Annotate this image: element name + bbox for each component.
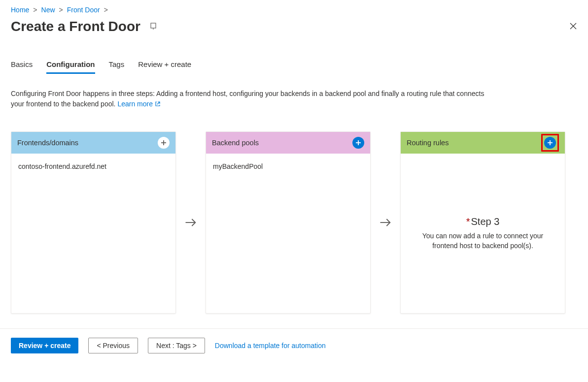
tab-review-create[interactable]: Review + create [138, 58, 191, 74]
tab-configuration[interactable]: Configuration [46, 58, 95, 74]
frontends-card-header: Frontends/domains [11, 132, 175, 154]
routing-step-text: You can now add a rule to connect your f… [414, 231, 552, 251]
breadcrumb-new[interactable]: New [41, 6, 55, 14]
routing-rules-card-title: Routing rules [407, 139, 449, 147]
add-routing-rule-button[interactable] [544, 137, 556, 149]
arrow-right-icon [379, 216, 392, 229]
arrow-right-icon [184, 216, 198, 229]
frontend-item[interactable]: contoso-frontend.azurefd.net [18, 162, 169, 170]
routing-rules-card: Routing rules *Step 3 You can now add a … [400, 131, 565, 314]
page-title: Create a Front Door [11, 19, 140, 34]
learn-more-link[interactable]: Learn more [117, 100, 160, 108]
svg-rect-0 [151, 23, 156, 28]
backend-pool-item[interactable]: myBackendPool [213, 162, 363, 170]
backend-pools-card: Backend pools myBackendPool [206, 131, 371, 314]
breadcrumb-home[interactable]: Home [11, 6, 29, 14]
close-icon[interactable] [569, 22, 577, 32]
breadcrumb-front-door[interactable]: Front Door [67, 6, 100, 14]
wizard-footer: Review + create < Previous Next : Tags >… [0, 328, 588, 357]
chevron-right-icon: > [104, 6, 108, 14]
routing-rules-card-header: Routing rules [401, 132, 565, 154]
tab-basics[interactable]: Basics [11, 58, 33, 74]
next-button[interactable]: Next : Tags > [148, 338, 205, 353]
add-backend-pool-button[interactable] [352, 137, 364, 149]
routing-step-title: *Step 3 [466, 216, 500, 227]
frontends-card-title: Frontends/domains [17, 139, 78, 147]
download-template-link[interactable]: Download a template for automation [215, 342, 326, 350]
pin-icon[interactable] [149, 22, 157, 32]
add-frontend-button[interactable] [158, 137, 170, 149]
tabs: Basics Configuration Tags Review + creat… [11, 58, 577, 74]
svg-line-4 [157, 102, 160, 104]
required-asterisk: * [466, 216, 470, 227]
external-link-icon [155, 99, 161, 110]
breadcrumb: Home > New > Front Door > [11, 6, 577, 14]
add-routing-rule-highlight [541, 134, 559, 152]
chevron-right-icon: > [33, 6, 37, 14]
configuration-description: Configuring Front Door happens in three … [11, 89, 494, 110]
previous-button[interactable]: < Previous [88, 338, 138, 353]
chevron-right-icon: > [59, 6, 63, 14]
frontends-card: Frontends/domains contoso-frontend.azure… [11, 131, 176, 314]
tab-tags[interactable]: Tags [109, 58, 125, 74]
backend-pools-card-title: Backend pools [212, 139, 259, 147]
review-create-button[interactable]: Review + create [11, 338, 78, 353]
backend-pools-card-header: Backend pools [206, 132, 370, 154]
